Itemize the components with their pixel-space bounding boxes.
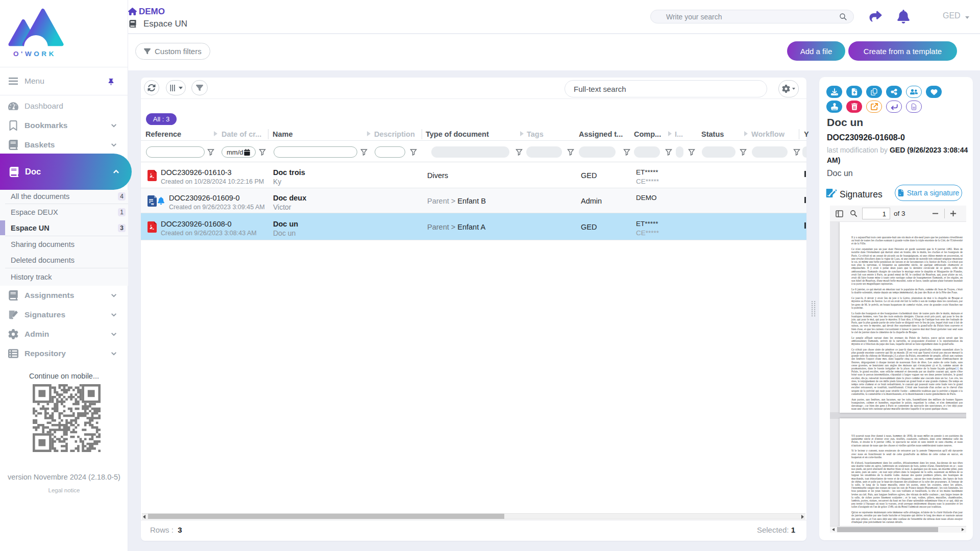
svg-text:w: w	[151, 202, 154, 206]
svg-text:O'WORK: O'WORK	[13, 50, 56, 58]
